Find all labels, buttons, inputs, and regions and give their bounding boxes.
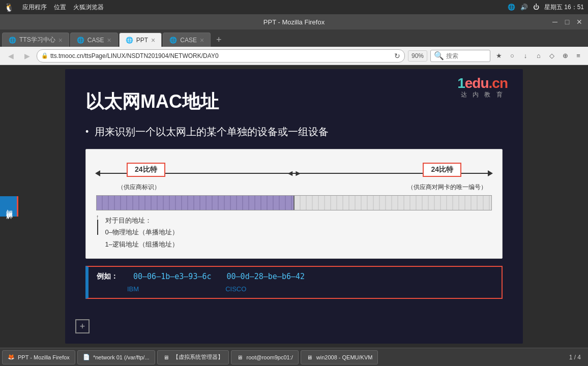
middle-arrow: ◄► bbox=[286, 169, 302, 178]
tab-case2-label: CASE bbox=[180, 37, 197, 44]
address-input[interactable] bbox=[50, 52, 392, 59]
menu-icon[interactable]: ≡ bbox=[573, 50, 584, 62]
info-line2: 1–逻辑地址（组播地址） bbox=[105, 238, 179, 250]
tab-tts[interactable]: 🌐 TTS学习中心 × bbox=[2, 33, 69, 47]
tabs-bar: 🌐 TTS学习中心 × 🌐 CASE × 🌐 PPT × 🌐 CASE × + bbox=[0, 29, 588, 47]
cisco-mac-address: 00–0d–28–be–b6–42 bbox=[227, 272, 305, 281]
pocket-icon[interactable]: ◇ bbox=[546, 50, 557, 62]
extensions-icon[interactable]: ⊕ bbox=[560, 50, 571, 62]
home-icon[interactable]: ⌂ bbox=[533, 50, 544, 62]
address-bar-container[interactable]: 🔒 ↻ bbox=[37, 49, 405, 63]
window-controls[interactable]: ─ □ ✕ bbox=[550, 17, 584, 26]
ibm-label: IBM bbox=[127, 285, 139, 293]
tedu-logo-sub: 达 内 教 育 bbox=[457, 90, 508, 99]
info-text: 对于目的地址： 0–物理地址（单播地址） 1–逻辑地址（组播地址） bbox=[105, 215, 179, 250]
info-title: 对于目的地址： bbox=[105, 215, 179, 226]
bit-box-left: 24比特 bbox=[127, 163, 165, 177]
tab-ppt-label: PPT bbox=[136, 37, 148, 44]
search-bar[interactable]: 🔍 bbox=[430, 50, 490, 62]
taskbar-item-win2008-label: win2008 - QEMU/KVM bbox=[316, 354, 373, 360]
taskbar-bottom: 🦊 PPT - Mozilla Firefox 📄 *network 01 (/… bbox=[0, 348, 588, 366]
tab-case2-close[interactable]: × bbox=[200, 36, 204, 44]
mac-diagram: 24比特 （供应商标识） ◄► 24比特 （供应商对网卡的唯一编号） bbox=[85, 149, 503, 259]
editor-icon: 📄 bbox=[83, 354, 90, 361]
vendor-id-label: （供应商标识） bbox=[117, 183, 160, 192]
zoom-display: 90% bbox=[408, 50, 427, 62]
info-line1: 0–物理地址（单播地址） bbox=[105, 226, 179, 238]
tab-case1-label: CASE bbox=[87, 37, 104, 44]
lock-icon: 🔒 bbox=[41, 52, 48, 59]
tab-tts-label: TTS学习中心 bbox=[19, 36, 55, 44]
bit-box-left-label: 24比特 bbox=[135, 165, 157, 174]
tab-case1[interactable]: 🌐 CASE × bbox=[70, 33, 118, 47]
bit-box-right-label: 24比特 bbox=[431, 165, 453, 174]
taskbar-item-vm[interactable]: 🖥 【虚拟系统管理器】 bbox=[157, 350, 229, 364]
taskbar-item-network-label: *network 01 (/var/ftp/... bbox=[93, 354, 150, 360]
bit-strip bbox=[96, 195, 492, 210]
example-content: 例如： 00–06–1b–e3–93–6c 00–0d–28–be–b6–42 bbox=[97, 272, 493, 281]
content-area: 知识讲解 1edu.cn 达 内 教 育 以太网MAC地址 • 用来识别一个以太 bbox=[0, 65, 588, 348]
win-icon: 🖥 bbox=[306, 354, 313, 361]
clock-display: 星期五 16：51 bbox=[544, 3, 584, 12]
tab-case2[interactable]: 🌐 CASE × bbox=[163, 33, 211, 47]
knowledge-tab[interactable]: 知识讲解 bbox=[0, 196, 18, 217]
tab-case1-close[interactable]: × bbox=[107, 36, 111, 44]
app-menu-item-firefox[interactable]: 火狐浏览器 bbox=[73, 3, 104, 12]
history-icon[interactable]: ○ bbox=[507, 50, 518, 62]
os-taskbar: 🐧 应用程序 位置 火狐浏览器 🌐 🔊 ⏻ 星期五 16：51 bbox=[0, 0, 588, 14]
sound-icon: 🔊 bbox=[520, 4, 528, 11]
forward-button[interactable]: ▶ bbox=[20, 49, 34, 63]
browser-window: PPT - Mozilla Firefox ─ □ ✕ 🌐 TTS学习中心 × … bbox=[0, 14, 588, 366]
bit-box-right: 24比特 bbox=[423, 163, 461, 177]
reload-button[interactable]: ↻ bbox=[394, 52, 400, 60]
cisco-mac-group: 00–0d–28–be–b6–42 bbox=[227, 272, 305, 281]
back-button[interactable]: ◀ bbox=[4, 49, 17, 63]
bit-strip-right bbox=[295, 196, 491, 210]
search-icon: 🔍 bbox=[434, 51, 444, 60]
bit-strip-left bbox=[97, 196, 295, 210]
os-logo: 🐧 bbox=[4, 3, 14, 12]
bit-strip-inner bbox=[97, 196, 491, 210]
taskbar-item-win2008[interactable]: 🖥 win2008 - QEMU/KVM bbox=[301, 350, 378, 364]
slide: 1edu.cn 达 内 教 育 以太网MAC地址 • 用来识别一个以太网上的某个… bbox=[65, 69, 523, 344]
tab-case2-favicon: 🌐 bbox=[169, 37, 177, 44]
ibm-mac-group: 00–06–1b–e3–93–6c bbox=[133, 272, 212, 281]
tab-tts-favicon: 🌐 bbox=[9, 37, 16, 44]
maximize-button[interactable]: □ bbox=[563, 17, 572, 26]
nav-icons: ★ ○ ↓ ⌂ ◇ ⊕ ≡ bbox=[493, 50, 584, 62]
arrow-pointer: ↑ bbox=[96, 212, 99, 235]
tedu-logo: 1edu.cn 达 内 教 育 bbox=[457, 75, 508, 99]
taskbar-item-vm-label: 【虚拟系统管理器】 bbox=[173, 353, 223, 361]
tab-ppt-favicon: 🌐 bbox=[126, 37, 133, 44]
search-input[interactable] bbox=[446, 52, 487, 59]
tedu-logo-text: 1edu.cn bbox=[457, 75, 508, 92]
network-icon: 🌐 bbox=[508, 4, 515, 11]
knowledge-tab-text: 知识讲解 bbox=[5, 204, 14, 208]
browser-title: PPT - Mozilla Firefox bbox=[263, 18, 325, 26]
minimize-button[interactable]: ─ bbox=[550, 17, 560, 26]
os-clock: 🌐 🔊 ⏻ 星期五 16：51 bbox=[508, 3, 584, 12]
taskbar-item-firefox[interactable]: 🦊 PPT - Mozilla Firefox bbox=[2, 350, 75, 364]
example-section: 例如： 00–06–1b–e3–93–6c 00–0d–28–be–b6–42 … bbox=[85, 266, 503, 299]
slide-title: 以太网MAC地址 bbox=[85, 89, 503, 114]
new-tab-button[interactable]: + bbox=[212, 33, 226, 47]
tab-case1-favicon: 🌐 bbox=[77, 37, 84, 44]
power-icon: ⏻ bbox=[533, 4, 539, 11]
tab-tts-close[interactable]: × bbox=[58, 36, 63, 44]
firefox-icon: 🦊 bbox=[8, 354, 15, 361]
tab-ppt-close[interactable]: × bbox=[151, 36, 155, 44]
slide-nav-bottom[interactable]: + bbox=[75, 319, 90, 333]
download-icon[interactable]: ↓ bbox=[520, 50, 531, 62]
add-slide-button[interactable]: + bbox=[75, 319, 90, 333]
bullet-dot: • bbox=[85, 126, 89, 138]
app-menu-item-apps[interactable]: 应用程序 bbox=[22, 3, 47, 12]
app-menu-item-location[interactable]: 位置 bbox=[54, 3, 66, 12]
diagram-top: 24比特 （供应商标识） ◄► 24比特 （供应商对网卡的唯一编号） bbox=[96, 158, 492, 193]
bookmark-icon[interactable]: ★ bbox=[493, 50, 505, 62]
tab-ppt[interactable]: 🌐 PPT × bbox=[119, 33, 162, 47]
taskbar-item-network[interactable]: 📄 *network 01 (/var/ftp/... bbox=[77, 350, 155, 364]
taskbar-item-root[interactable]: 🖥 root@room9pc01:/ bbox=[231, 350, 299, 364]
close-button[interactable]: ✕ bbox=[575, 17, 584, 26]
nav-bar: ◀ ▶ 🔒 ↻ 90% 🔍 ★ ○ ↓ ⌂ ◇ ⊕ ≡ bbox=[0, 47, 588, 65]
app-menu[interactable]: 应用程序 位置 火狐浏览器 bbox=[22, 3, 104, 12]
